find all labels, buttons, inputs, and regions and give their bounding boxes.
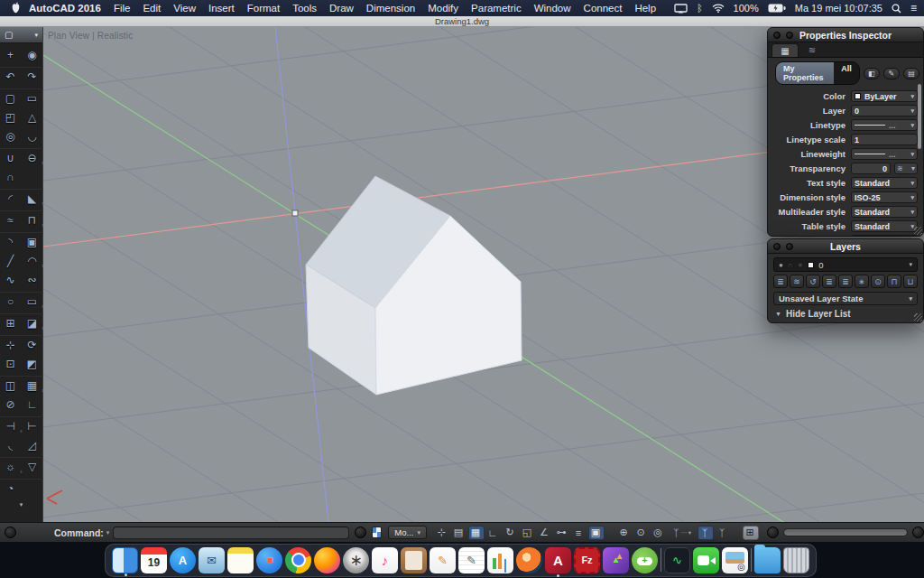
tab-properties[interactable]: ▦ (772, 43, 799, 57)
match-properties-button[interactable]: ◧ (864, 68, 880, 79)
activity-monitor-icon[interactable]: ∿ (664, 547, 690, 573)
dimension-style-select[interactable]: ISO-25 ▾ (851, 191, 918, 203)
preview-icon[interactable]: ◎ (722, 547, 748, 573)
box-tool[interactable]: ▢ (0, 89, 22, 107)
mail-icon[interactable]: ✉ (199, 547, 225, 573)
menu-item[interactable]: Tools (292, 3, 317, 14)
circle-tool[interactable]: ○ (0, 292, 22, 311)
walk-tool-button[interactable]: ᛉ (698, 526, 714, 540)
menu-item[interactable]: File (114, 3, 131, 14)
extend-tool[interactable]: ⊢ (22, 416, 43, 435)
text-style-select[interactable]: Standard ▾ (851, 177, 918, 189)
transparency-input[interactable]: 0 (851, 163, 891, 174)
house-solid[interactable] (306, 176, 522, 395)
properties-scrollbar[interactable] (918, 84, 921, 149)
torus-tool[interactable]: ◎ (0, 126, 22, 145)
rotate-tool[interactable]: ⟳ (22, 335, 43, 354)
current-layer-row[interactable]: ● ∩ ∗ 0 ▾ (773, 257, 918, 272)
move-tool[interactable]: ⊹ (0, 335, 22, 354)
textedit-icon[interactable]: ✎ (458, 547, 485, 573)
snap-mode-toggle[interactable]: ⊹ (434, 526, 450, 540)
layers-panel-titlebar[interactable]: Layers (768, 239, 923, 254)
sweep-tool[interactable]: ◡ (22, 126, 43, 145)
finder-icon[interactable] (112, 547, 138, 573)
materials-browser-button[interactable]: ◔ (0, 479, 22, 498)
window-title-bar[interactable]: Drawing1.dwg (0, 16, 924, 27)
wifi-icon[interactable] (712, 4, 725, 13)
polar-tracking-toggle[interactable]: ↻ (503, 526, 519, 540)
slice-tool[interactable]: ⊘ (0, 395, 22, 414)
chamfer-surface-tool[interactable]: ◿ (22, 435, 43, 454)
line-tool[interactable]: ╱ (0, 251, 22, 270)
menu-clock[interactable]: Ma 19 mei 10:07:35 (795, 3, 882, 14)
cylinder-tool[interactable]: ▭ (22, 89, 43, 107)
dock-divider[interactable] (661, 548, 661, 572)
tool-palette-header[interactable]: ▢ ▾ (0, 27, 42, 43)
object-snap-toggle[interactable]: ◱ (520, 526, 536, 540)
off-layer-button[interactable]: ≣ (838, 275, 853, 288)
panel-resize-grip[interactable] (914, 227, 922, 235)
menu-item[interactable]: Modify (428, 3, 458, 14)
hide-layer-list-button[interactable]: ▼ Hide Layer List (775, 309, 918, 319)
fillet-edge-tool[interactable]: ◝ (0, 232, 22, 251)
erase-tool[interactable]: ◪ (22, 313, 43, 332)
transparency-select[interactable]: ≋▾ (894, 163, 918, 174)
cheetah3d-icon[interactable]: ▲ (603, 547, 629, 573)
all-properties-button[interactable]: All (834, 62, 859, 84)
app-menu-title[interactable]: AutoCAD 2016 (29, 3, 101, 14)
copy-tool[interactable]: ◫ (0, 376, 22, 395)
intersect-tool[interactable]: ∩ (0, 167, 22, 186)
fullscreen-toggle[interactable]: ⊞ (743, 526, 759, 540)
my-properties-button[interactable]: My Properties (776, 62, 834, 84)
layer-state-select[interactable]: Unsaved Layer State ▾ (773, 292, 918, 305)
menu-item[interactable]: Insert (208, 3, 235, 14)
safari-icon[interactable]: ◆ (256, 547, 282, 573)
fly-tool-button[interactable]: ᛉ (715, 526, 731, 540)
multileader-style-select[interactable]: Standard ▾ (851, 206, 918, 218)
navigation-modes-button[interactable]: ᛉ⋯ ▾ (668, 526, 697, 540)
properties-panel-titlebar[interactable]: Properties Inspector (768, 28, 923, 42)
tab-layers[interactable]: ≋ (799, 43, 826, 57)
music-icon[interactable]: ♪ (372, 547, 398, 573)
spotlight-icon[interactable] (892, 4, 901, 14)
menu-item[interactable]: Edit (143, 3, 161, 14)
pan-tool-button[interactable]: ⊕ (616, 526, 633, 540)
union-tool[interactable]: ∪ (0, 148, 22, 167)
filezilla-icon[interactable]: Fz (574, 547, 600, 573)
join-tool[interactable]: ∟ (22, 395, 43, 414)
pyramid-tool[interactable]: △ (22, 107, 43, 126)
viewport-label[interactable]: Plan View | Realistic (48, 31, 133, 41)
merge-layer-button[interactable]: ⊙ (871, 275, 885, 288)
grid-display-toggle[interactable]: ▦ (468, 526, 485, 540)
linetype-scale-input[interactable]: 1 (851, 134, 918, 145)
menu-item[interactable]: Format (247, 3, 280, 14)
offset-tool[interactable]: ◩ (22, 354, 43, 373)
zoom-slider-track[interactable] (783, 528, 908, 536)
spline-tool[interactable]: ∾ (22, 270, 43, 289)
command-bar-knob-left[interactable] (5, 527, 16, 538)
layer-select[interactable]: 0 ▾ (851, 105, 918, 117)
point-tool[interactable]: + (0, 45, 22, 64)
polyline-tool[interactable]: ∿ (0, 270, 22, 289)
linetype-select[interactable]: ... ▾ (851, 119, 918, 131)
undo-button[interactable]: ↶ (0, 67, 22, 86)
dynamic-input-toggle[interactable]: ∠ (537, 526, 553, 540)
chevron-down-icon[interactable]: ▾ (106, 529, 110, 536)
quick-select-button[interactable]: ▤ (903, 68, 919, 79)
subtract-tool[interactable]: ⊖ (22, 148, 43, 167)
cloud-app-icon[interactable]: + (632, 547, 658, 573)
apple-menu[interactable] (7, 2, 23, 15)
notes-icon[interactable] (227, 547, 254, 573)
sphere-tool[interactable]: ◉ (22, 45, 43, 64)
table-style-select[interactable]: Standard ▾ (851, 220, 918, 232)
downloads-folder-icon[interactable] (754, 547, 781, 573)
dock-divider[interactable] (751, 548, 752, 572)
redo-button[interactable]: ↷ (22, 67, 43, 86)
trim-tool[interactable]: ⊣ (0, 416, 22, 435)
zoom-in-knob[interactable] (912, 527, 924, 538)
app-store-icon[interactable]: A (170, 547, 196, 573)
print-3d-tool[interactable]: ⊞ (0, 313, 22, 332)
zoom-out-knob[interactable] (767, 527, 779, 538)
extrude-tool[interactable]: ◰ (0, 107, 22, 126)
transparency-toggle[interactable]: ▣ (588, 526, 605, 540)
